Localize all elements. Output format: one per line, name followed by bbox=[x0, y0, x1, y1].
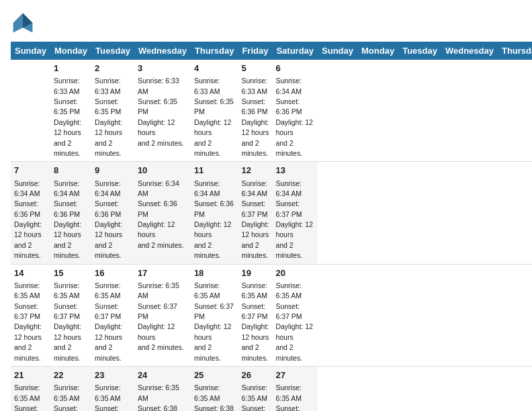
day-number: 11 bbox=[194, 165, 235, 177]
day-number: 27 bbox=[275, 369, 314, 381]
header-cell-saturday: Saturday bbox=[272, 42, 318, 60]
calendar-cell: 23Sunrise: 6:35 AM Sunset: 6:38 PM Dayli… bbox=[91, 366, 134, 411]
day-info: Sunrise: 6:35 AM Sunset: 6:37 PM Dayligh… bbox=[194, 281, 234, 362]
header-cell-wednesday: Wednesday bbox=[134, 42, 191, 60]
day-number: 15 bbox=[54, 267, 88, 279]
calendar-cell: 10Sunrise: 6:34 AM Sunset: 6:36 PM Dayli… bbox=[134, 162, 191, 264]
day-number: 2 bbox=[95, 62, 131, 75]
day-info: Sunrise: 6:35 AM Sunset: 6:37 PM Dayligh… bbox=[95, 281, 122, 362]
header-cell-sunday: Sunday bbox=[318, 42, 357, 60]
day-info: Sunrise: 6:35 AM Sunset: 6:37 PM Dayligh… bbox=[138, 281, 184, 351]
header-cell-sunday: Sunday bbox=[11, 42, 50, 60]
day-info: Sunrise: 6:34 AM Sunset: 6:37 PM Dayligh… bbox=[241, 179, 269, 260]
calendar-cell: 22Sunrise: 6:35 AM Sunset: 6:38 PM Dayli… bbox=[50, 366, 91, 411]
day-number: 14 bbox=[14, 267, 47, 279]
day-info: Sunrise: 6:35 AM Sunset: 6:37 PM Dayligh… bbox=[54, 281, 81, 362]
header-cell-wednesday: Wednesday bbox=[441, 42, 498, 60]
day-info: Sunrise: 6:35 AM Sunset: 6:38 PM Dayligh… bbox=[54, 383, 81, 411]
calendar-cell: 19Sunrise: 6:35 AM Sunset: 6:37 PM Dayli… bbox=[238, 264, 272, 366]
calendar-cell: 18Sunrise: 6:35 AM Sunset: 6:37 PM Dayli… bbox=[191, 264, 238, 366]
logo-icon bbox=[11, 11, 35, 35]
calendar-cell: 14Sunrise: 6:35 AM Sunset: 6:37 PM Dayli… bbox=[11, 264, 50, 366]
calendar-week-1: 1Sunrise: 6:33 AM Sunset: 6:35 PM Daylig… bbox=[11, 60, 532, 162]
calendar-cell: 21Sunrise: 6:35 AM Sunset: 6:38 PM Dayli… bbox=[11, 366, 50, 411]
day-number: 23 bbox=[95, 369, 131, 381]
header-cell-thursday: Thursday bbox=[498, 42, 532, 60]
day-info: Sunrise: 6:35 AM Sunset: 6:37 PM Dayligh… bbox=[275, 281, 312, 362]
day-number: 4 bbox=[194, 62, 235, 75]
day-info: Sunrise: 6:34 AM Sunset: 6:36 PM Dayligh… bbox=[275, 77, 312, 157]
header-cell-tuesday: Tuesday bbox=[398, 42, 441, 60]
day-info: Sunrise: 6:35 AM Sunset: 6:38 PM Dayligh… bbox=[95, 383, 122, 411]
day-number: 6 bbox=[275, 62, 314, 75]
calendar-cell: 11Sunrise: 6:34 AM Sunset: 6:36 PM Dayli… bbox=[191, 162, 238, 264]
calendar-cell: 2Sunrise: 6:33 AM Sunset: 6:35 PM Daylig… bbox=[91, 60, 134, 162]
day-info: Sunrise: 6:35 AM Sunset: 6:38 PM Dayligh… bbox=[194, 383, 234, 411]
calendar-week-4: 21Sunrise: 6:35 AM Sunset: 6:38 PM Dayli… bbox=[11, 366, 532, 411]
calendar-week-2: 7Sunrise: 6:34 AM Sunset: 6:36 PM Daylig… bbox=[11, 162, 532, 264]
day-number: 20 bbox=[275, 267, 314, 279]
day-number: 12 bbox=[241, 165, 269, 177]
calendar-cell: 13Sunrise: 6:34 AM Sunset: 6:37 PM Dayli… bbox=[272, 162, 318, 264]
calendar-cell: 15Sunrise: 6:35 AM Sunset: 6:37 PM Dayli… bbox=[50, 264, 91, 366]
day-number: 18 bbox=[194, 267, 235, 279]
calendar-cell: 7Sunrise: 6:34 AM Sunset: 6:36 PM Daylig… bbox=[11, 162, 50, 264]
day-number: 13 bbox=[275, 165, 314, 177]
calendar-cell: 3Sunrise: 6:33 AM Sunset: 6:35 PM Daylig… bbox=[134, 60, 191, 162]
calendar-cell: 1Sunrise: 6:33 AM Sunset: 6:35 PM Daylig… bbox=[50, 60, 91, 162]
day-number: 1 bbox=[54, 62, 88, 75]
day-number: 21 bbox=[14, 369, 47, 381]
day-info: Sunrise: 6:33 AM Sunset: 6:35 PM Dayligh… bbox=[54, 77, 81, 157]
header-cell-monday: Monday bbox=[50, 42, 91, 60]
day-info: Sunrise: 6:35 AM Sunset: 6:38 PM Dayligh… bbox=[241, 383, 269, 411]
day-number: 8 bbox=[54, 165, 88, 177]
day-info: Sunrise: 6:33 AM Sunset: 6:36 PM Dayligh… bbox=[241, 77, 269, 157]
day-number: 3 bbox=[138, 62, 187, 75]
day-info: Sunrise: 6:34 AM Sunset: 6:36 PM Dayligh… bbox=[194, 179, 234, 260]
day-info: Sunrise: 6:35 AM Sunset: 6:38 PM Dayligh… bbox=[14, 383, 42, 411]
day-number: 22 bbox=[54, 369, 88, 381]
day-info: Sunrise: 6:34 AM Sunset: 6:36 PM Dayligh… bbox=[95, 179, 122, 260]
day-number: 10 bbox=[138, 165, 187, 177]
calendar-cell: 9Sunrise: 6:34 AM Sunset: 6:36 PM Daylig… bbox=[91, 162, 134, 264]
day-number: 17 bbox=[138, 267, 187, 279]
day-info: Sunrise: 6:34 AM Sunset: 6:36 PM Dayligh… bbox=[14, 179, 42, 260]
calendar-cell: 12Sunrise: 6:34 AM Sunset: 6:37 PM Dayli… bbox=[238, 162, 272, 264]
day-info: Sunrise: 6:35 AM Sunset: 6:38 PM Dayligh… bbox=[275, 383, 312, 411]
header-cell-monday: Monday bbox=[357, 42, 398, 60]
day-number: 19 bbox=[241, 267, 269, 279]
calendar-cell: 24Sunrise: 6:35 AM Sunset: 6:38 PM Dayli… bbox=[134, 366, 191, 411]
day-info: Sunrise: 6:33 AM Sunset: 6:35 PM Dayligh… bbox=[194, 77, 234, 157]
day-info: Sunrise: 6:34 AM Sunset: 6:36 PM Dayligh… bbox=[54, 179, 81, 260]
calendar-cell: 25Sunrise: 6:35 AM Sunset: 6:38 PM Dayli… bbox=[191, 366, 238, 411]
calendar-cell: 6Sunrise: 6:34 AM Sunset: 6:36 PM Daylig… bbox=[272, 60, 318, 162]
header-cell-tuesday: Tuesday bbox=[91, 42, 134, 60]
day-info: Sunrise: 6:35 AM Sunset: 6:37 PM Dayligh… bbox=[241, 281, 269, 362]
calendar-cell: 27Sunrise: 6:35 AM Sunset: 6:38 PM Dayli… bbox=[272, 366, 318, 411]
day-number: 24 bbox=[138, 369, 187, 381]
day-number: 26 bbox=[241, 369, 269, 381]
day-number: 16 bbox=[95, 267, 131, 279]
header-cell-friday: Friday bbox=[238, 42, 272, 60]
day-info: Sunrise: 6:33 AM Sunset: 6:35 PM Dayligh… bbox=[95, 77, 122, 157]
calendar-cell: 5Sunrise: 6:33 AM Sunset: 6:36 PM Daylig… bbox=[238, 60, 272, 162]
calendar-header-row: SundayMondayTuesdayWednesdayThursdayFrid… bbox=[11, 42, 532, 60]
day-info: Sunrise: 6:34 AM Sunset: 6:37 PM Dayligh… bbox=[275, 179, 312, 260]
calendar-cell: 26Sunrise: 6:35 AM Sunset: 6:38 PM Dayli… bbox=[238, 366, 272, 411]
day-number: 5 bbox=[241, 62, 269, 75]
day-info: Sunrise: 6:33 AM Sunset: 6:35 PM Dayligh… bbox=[138, 77, 184, 146]
calendar-table: SundayMondayTuesdayWednesdayThursdayFrid… bbox=[11, 42, 532, 411]
calendar-cell: 4Sunrise: 6:33 AM Sunset: 6:35 PM Daylig… bbox=[191, 60, 238, 162]
logo bbox=[11, 11, 38, 35]
day-number: 7 bbox=[14, 165, 47, 177]
calendar-cell: 17Sunrise: 6:35 AM Sunset: 6:37 PM Dayli… bbox=[134, 264, 191, 366]
calendar-cell bbox=[11, 60, 50, 162]
calendar-week-3: 14Sunrise: 6:35 AM Sunset: 6:37 PM Dayli… bbox=[11, 264, 532, 366]
header-cell-thursday: Thursday bbox=[191, 42, 238, 60]
day-number: 25 bbox=[194, 369, 235, 381]
calendar-cell: 20Sunrise: 6:35 AM Sunset: 6:37 PM Dayli… bbox=[272, 264, 318, 366]
day-info: Sunrise: 6:35 AM Sunset: 6:37 PM Dayligh… bbox=[14, 281, 42, 362]
day-info: Sunrise: 6:34 AM Sunset: 6:36 PM Dayligh… bbox=[138, 179, 184, 249]
calendar-cell: 8Sunrise: 6:34 AM Sunset: 6:36 PM Daylig… bbox=[50, 162, 91, 264]
day-info: Sunrise: 6:35 AM Sunset: 6:38 PM Dayligh… bbox=[138, 383, 184, 411]
